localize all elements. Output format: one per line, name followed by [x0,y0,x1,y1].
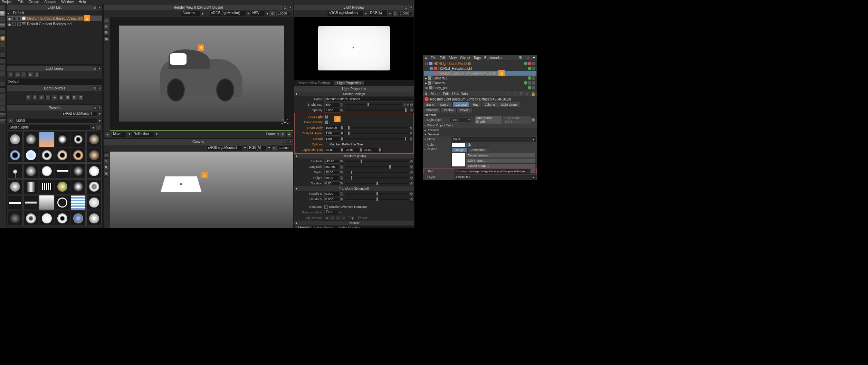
close-icon[interactable]: ✕ [97,66,102,70]
section-transform-ext[interactable]: ▾Transform (Extended) [294,186,414,191]
minus-icon[interactable]: − [403,103,406,107]
spinner-icon[interactable]: ⇅ [340,126,344,130]
canvas-exposure-value[interactable]: 1.0000 [278,146,292,150]
preset-item[interactable] [23,179,39,194]
preset-item[interactable] [71,163,86,179]
enable-tag[interactable] [524,81,527,85]
section-preview[interactable]: ▸Preview [423,128,537,132]
tab-basic[interactable]: Basic [423,102,437,107]
tool-sun[interactable] [0,36,6,41]
light-item-2[interactable]: ◉ Default Gradient Background [7,21,102,27]
presets-colorspace-dropdown[interactable]: sRGB (rgbMonitor) [61,111,97,117]
undock-icon[interactable]: ▢ [283,5,287,9]
shader-menu-button[interactable]: ▾ [531,117,536,122]
tab-volume[interactable]: Volume [481,102,498,107]
rv-tool-zoom[interactable]: 🔍 [104,30,109,36]
preset-item[interactable] [86,195,102,210]
tool-preset5[interactable] [0,106,6,112]
color-swatch[interactable] [451,143,465,147]
tab-coord[interactable]: Coord. [437,102,452,107]
preset-item[interactable] [86,163,102,179]
exposure-icon[interactable]: ⊙ [270,11,275,16]
light-type-dropdown[interactable]: Area▾ [450,118,471,122]
c4d-list-icon[interactable]: ≣ [533,56,535,60]
width-slider[interactable] [345,172,408,173]
preset-item[interactable] [39,195,54,210]
solo-checkbox[interactable] [12,17,16,20]
spinner-icon[interactable]: ⇅ [340,108,343,113]
undock-icon[interactable]: ▢ [404,5,408,9]
rv-play-icon[interactable]: ▸ [105,132,110,137]
preset-item[interactable] [8,195,23,210]
canvas-colorspace-dropdown[interactable]: sRGB (rgbMonitor) [206,145,242,151]
tex-tab-image[interactable]: Image [451,147,468,152]
rv-reflection-dropdown[interactable]: Reflection [132,132,154,137]
cv-tool-select[interactable]: ▭ [104,152,109,158]
preset-item[interactable] [39,148,54,163]
opacity-slider[interactable] [345,109,408,111]
undock-icon[interactable]: ▢ [283,140,287,144]
tab-lightgroup[interactable]: Light Group [498,102,521,107]
lock-checkbox[interactable] [17,22,21,26]
tab-photon[interactable]: Photon [441,107,457,113]
ctrl-btn7[interactable]: ⊞ [65,95,70,100]
reset-icon[interactable]: ⟲ [410,197,413,202]
menu-canvas[interactable]: Canvas [44,0,56,4]
section-general-inner[interactable]: ▾General [423,132,537,136]
presets-category-dropdown[interactable]: Lights [15,118,97,124]
ctrl-btn8[interactable]: ⊠ [71,95,77,100]
tool-layers3[interactable] [0,65,6,70]
latitude-slider[interactable] [345,161,408,162]
c4d-menu-object[interactable]: Object [460,56,470,60]
close-icon[interactable]: ✕ [97,5,102,9]
locate-image-button[interactable]: Locate Image... [466,163,536,168]
smart-dolly-slider[interactable] [345,127,408,128]
tab-general[interactable]: General [452,102,470,107]
reset-icon[interactable]: ⟲ [409,131,413,136]
cv-tool-zoom[interactable]: 🔍 [104,165,109,170]
preset-item[interactable] [23,211,39,226]
preset-item[interactable] [23,148,39,163]
looks-btn4[interactable]: ⊟ [28,72,33,77]
reset-icon[interactable]: ⟲ [410,108,413,113]
layer-dropdown[interactable]: < Default >▾ [454,175,536,180]
spinner-icon[interactable]: ⇅ [340,197,343,202]
render-viewport[interactable]: 4 [110,17,293,131]
cv-tool-brush[interactable]: ✎ [104,159,109,164]
path-input[interactable]: C:\Users\Lightmap Ltd\AppData\Local\Temp… [455,169,530,174]
width-input[interactable] [324,170,340,175]
reset-icon[interactable]: ⟲ [410,159,413,164]
tag-icon[interactable] [532,81,535,85]
tool-preset1[interactable] [0,81,6,87]
spinner-icon[interactable]: ⇅ [340,181,343,186]
reset-icon[interactable]: ⟲ [410,165,413,169]
rv-tool-select[interactable]: ▭ [104,18,109,23]
spread-input[interactable] [325,137,340,141]
rotation-input[interactable] [324,181,340,186]
close-icon[interactable]: ✕ [97,86,102,90]
preset-item[interactable] [71,148,86,163]
menu-project[interactable]: Project [2,0,12,4]
spinner-icon[interactable]: ⇅ [340,176,343,180]
edit-image-button[interactable]: Edit Image... [466,158,536,163]
rs-tag[interactable] [528,62,531,65]
ctrl-btn5[interactable]: ◈ [52,95,57,100]
colorspace-dropdown[interactable]: sRGB (rgbMonitor) [210,11,246,16]
light-item-1[interactable]: ◉ Medium Softbox Diffused [AreaLight] 1 [7,16,102,21]
reset-icon[interactable]: ⟲ [410,181,413,186]
tool-preset4[interactable] [0,100,6,105]
tab-light-properties[interactable]: Light Properties [334,81,364,85]
enable-tag[interactable] [528,86,531,89]
tool-preset2[interactable] [0,87,6,93]
c4d-menu-edit[interactable]: Edit [440,56,446,60]
rv-pause-icon[interactable]: ⏸ [280,132,285,137]
preset-item[interactable] [39,211,54,226]
preset-item[interactable] [23,195,39,210]
nav-home-icon[interactable]: ⌂ [526,92,528,96]
handle-u-input[interactable] [324,192,340,196]
preset-item[interactable] [8,132,23,147]
preset-item[interactable] [55,132,70,147]
reset-icon[interactable]: ⟲ [410,170,413,175]
tex-tab-animation[interactable]: Animation [468,147,489,152]
tool-light[interactable] [0,4,6,10]
